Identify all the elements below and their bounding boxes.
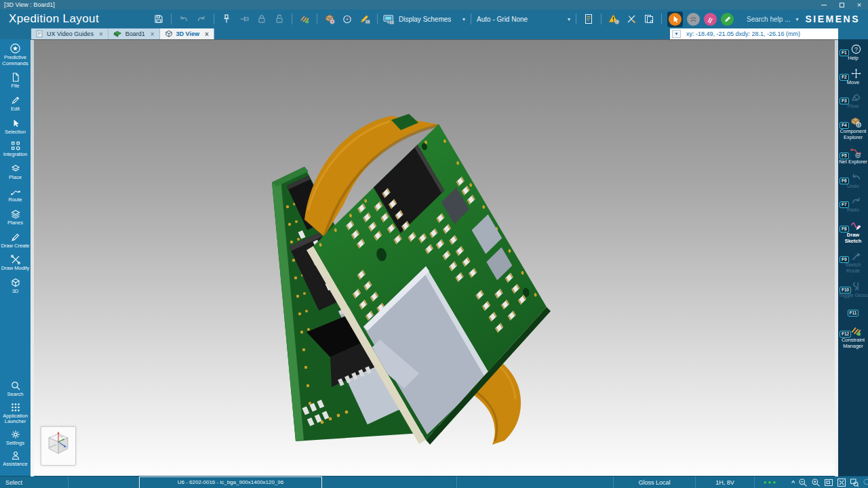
pin-horizontal-button[interactable] [237,12,251,26]
sidebar-item-draw-modify[interactable]: Draw Modify [0,254,31,272]
close-button[interactable]: × [850,0,868,9]
grid-mode-dropdown[interactable]: Auto - Grid None ▾ [477,16,570,23]
status-indicator-dots: ●●● [755,479,786,485]
sidebar-item-edit[interactable]: Edit [0,95,31,113]
tool-undo[interactable]: F6 Undo [838,171,868,190]
close-tab-icon[interactable]: × [151,30,155,38]
tool-sketch-route[interactable]: F9 Sketch Route [838,250,868,274]
tool-toggle-gloss[interactable]: F10 Toggle Gloss [838,281,868,299]
sidebar-item-assistance[interactable]: Assistance [0,450,31,468]
sidebar-item-settings[interactable]: Settings [0,429,31,447]
save-button[interactable] [152,12,165,26]
display-schemes-dropdown[interactable]: Display Schemes ▾ [383,14,465,25]
coords-readout: xy: -18.49, -21.05 dxdy: 28.1, -26.16 (m… [686,30,800,37]
coords-dropdown-button[interactable]: ▾ [672,30,681,38]
document-tabbar: UX Video Guides × Board1 × 3D View × ▾ x… [0,28,868,39]
close-tab-icon[interactable]: × [99,30,103,38]
tool-plow[interactable]: F3 Plow [838,92,868,110]
tools-icon [10,254,21,265]
coordinate-readout-bar: ▾ xy: -18.49, -21.05 dxdy: 28.1, -26.16 … [670,28,838,39]
view-cube[interactable]: TOP FRONT RIGHT [41,426,76,466]
tab-ux-video-guides[interactable]: UX Video Guides × [31,28,108,39]
sidebar-item-search[interactable]: Search [0,380,31,398]
undo-icon [178,14,189,24]
sidebar-item-selection[interactable]: Selection [0,118,31,136]
zoom-previous-button[interactable] [863,478,868,487]
view-board-button[interactable] [824,478,833,487]
sidebar-item-application-launcher[interactable]: Application Launcher [0,402,31,425]
constraint-manager-icon [850,325,862,337]
zoom-out-button[interactable] [798,478,808,487]
grid-dots-icon [10,402,21,413]
hazard-plan-button[interactable] [298,12,311,26]
status-expand-button[interactable]: ^ [791,479,795,486]
component-3d-button[interactable] [323,12,336,26]
pages-button[interactable] [642,12,656,26]
3d-viewport[interactable]: TOP FRONT RIGHT [31,39,838,476]
lock-button[interactable] [255,12,269,26]
undo-button[interactable] [177,12,191,26]
unlock-icon [274,14,285,24]
redo-button[interactable] [195,12,208,26]
knife-icon [626,14,637,24]
app-header: Xpedition Layout [0,9,868,28]
gear-icon [10,429,21,440]
zoom-selection-button[interactable] [850,478,859,487]
tool-help[interactable]: ? F1 Help [838,43,868,62]
tool-redo[interactable]: F7 Redo [838,195,868,214]
star-circle-icon [9,43,21,54]
restore-button[interactable] [833,0,850,9]
report-button[interactable] [582,12,595,26]
draw-mode-button[interactable] [721,13,734,26]
siemens-logo: SIEMENS [805,14,868,24]
help-search-input[interactable]: Search help ... ▾ [747,16,799,23]
tab-3d-view[interactable]: 3D View × [160,28,214,39]
chevron-down-icon: ▾ [795,16,798,22]
close-tab-icon[interactable]: × [205,30,209,38]
minimize-button[interactable] [815,0,833,9]
pin-icon [221,14,232,24]
sidebar-item-file[interactable]: File [0,72,31,89]
status-gloss-mode: Gloss Local [614,479,695,486]
right-function-sidebar: ? F1 Help F2 Move F3 Plow F4 Component E… [838,39,868,476]
sidebar-item-route[interactable]: Route [0,186,31,203]
search-icon [10,380,21,391]
chevron-down-icon: ▾ [462,16,465,22]
tool-component-explorer[interactable]: F4 Component Explorer [838,116,868,140]
tool-f11[interactable]: F11 [838,310,868,317]
zoom-in-button[interactable] [811,478,821,487]
plow-icon [850,92,862,103]
draw-pencil-icon [10,232,21,243]
pin-button[interactable] [220,12,233,26]
sidebar-item-3d[interactable]: 3D [0,277,31,295]
pan-mode-button[interactable] [687,13,700,26]
sidebar-item-place[interactable]: Place [0,163,31,181]
view-cube-graphic: TOP FRONT RIGHT [43,428,74,464]
tool-move[interactable]: F2 Move [838,68,868,86]
file-icon [10,72,21,83]
cutter-button[interactable] [625,12,638,26]
fit-extents-button[interactable] [837,478,846,487]
tool-constraint-manager[interactable]: F12 Constraint Manager [838,325,868,349]
pin-horizontal-icon [239,14,250,24]
annotate-button[interactable] [358,12,372,26]
sidebar-item-predictive-commands[interactable]: Predictive Commands [0,43,31,66]
warning-icon [608,13,620,25]
person-icon [10,450,21,461]
tab-board1[interactable]: Board1 × [108,28,160,39]
tab-label: 3D View [176,30,199,37]
measure-button[interactable] [340,12,354,26]
select-mode-button[interactable] [667,12,683,27]
sidebar-item-draw-create[interactable]: Draw Create [0,232,31,249]
tool-net-explorer[interactable]: F5 Net Explorer [838,146,868,165]
sidebar-item-planes[interactable]: Planes [0,209,31,226]
route-mode-button[interactable] [704,13,717,26]
drc-warning-button[interactable] [607,12,620,26]
sidebar-item-integration[interactable]: Integration [0,140,31,158]
component-3d-icon [323,13,336,25]
xpedition-layout-window: [3D View : Board1] × Xpedition Layout [0,0,868,488]
svg-text:?: ? [854,46,857,53]
unlock-button[interactable] [273,12,286,26]
undo-icon [850,171,862,183]
tool-draw-sketch[interactable]: F8 Draw Sketch [838,220,868,244]
